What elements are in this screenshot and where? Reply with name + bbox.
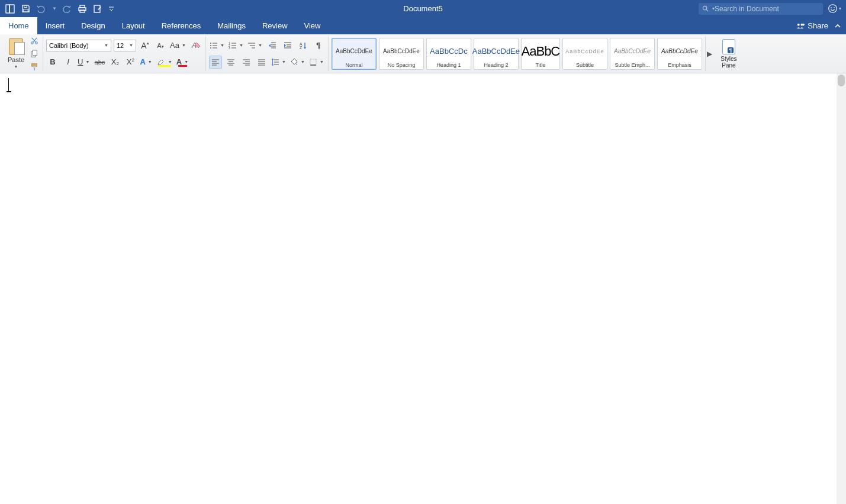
- style-tile-subtitle[interactable]: AaBbCcDdEeSubtitle: [562, 38, 607, 70]
- underline-button[interactable]: U▼: [77, 56, 91, 69]
- style-preview: AaBbCcDc: [430, 41, 468, 62]
- font-name-combo[interactable]: Calibri (Body) ▼: [46, 40, 111, 51]
- undo-dropdown-icon[interactable]: ▼: [52, 6, 57, 11]
- svg-line-10: [706, 9, 708, 11]
- font-name-dropdown-icon[interactable]: ▼: [104, 43, 108, 47]
- styles-gallery-more-icon[interactable]: ▶: [706, 36, 714, 71]
- styles-pane-label1: Styles: [720, 56, 736, 62]
- clear-formatting-icon[interactable]: A: [189, 39, 202, 52]
- ribbon-collapse-icon[interactable]: [834, 22, 841, 30]
- tab-references[interactable]: References: [153, 17, 209, 34]
- tab-view[interactable]: View: [296, 17, 329, 34]
- svg-rect-6: [80, 10, 85, 12]
- subscript-button[interactable]: X2: [108, 56, 121, 69]
- style-tile-heading-1[interactable]: AaBbCcDcHeading 1: [426, 38, 471, 70]
- style-tile-emphasis[interactable]: AaBbCcDdEeEmphasis: [657, 38, 702, 70]
- tab-design[interactable]: Design: [73, 17, 113, 34]
- search-input[interactable]: [715, 5, 819, 13]
- font-color-icon[interactable]: A ▼: [176, 56, 189, 69]
- share-icon: [796, 21, 805, 30]
- redo-icon[interactable]: [62, 4, 72, 14]
- style-name: No Spacing: [381, 62, 422, 68]
- align-right-icon[interactable]: [240, 56, 253, 69]
- print-icon[interactable]: [77, 4, 88, 14]
- svg-point-14: [797, 24, 800, 26]
- show-marks-icon[interactable]: ¶: [312, 39, 325, 52]
- text-effects-icon[interactable]: A▼: [139, 56, 153, 69]
- cut-icon[interactable]: [29, 35, 40, 46]
- tab-insert[interactable]: Insert: [37, 17, 73, 34]
- feedback-icon[interactable]: ▾: [828, 4, 841, 14]
- change-case-icon[interactable]: Aa▼: [169, 39, 187, 52]
- copy-icon[interactable]: [29, 49, 40, 59]
- style-preview: AaBbCcDdEe: [565, 41, 604, 62]
- tab-review[interactable]: Review: [254, 17, 296, 34]
- shading-icon[interactable]: ▼: [289, 56, 306, 69]
- style-preview: AaBbC: [522, 41, 560, 62]
- styles-pane-icon: [722, 39, 735, 54]
- search-box[interactable]: ▾: [699, 3, 823, 15]
- qat-customize-icon[interactable]: [108, 4, 115, 14]
- text-cursor: [8, 78, 9, 91]
- tab-layout[interactable]: Layout: [114, 17, 153, 34]
- quick-access-toolbar: ▼: [0, 4, 115, 14]
- multilevel-list-icon[interactable]: ▼: [247, 39, 263, 52]
- bullets-icon[interactable]: ▼: [209, 39, 226, 52]
- style-tile-no-spacing[interactable]: AaBbCcDdEeNo Spacing: [379, 38, 424, 70]
- style-tile-normal[interactable]: AaBbCcDdEeNormal: [332, 38, 377, 70]
- styles-pane-button[interactable]: StylesPane: [717, 39, 741, 69]
- tab-mailings[interactable]: Mailings: [209, 17, 254, 34]
- edit-page-icon[interactable]: [92, 4, 103, 14]
- style-tile-subtle-emph-[interactable]: AaBbCcDdEeSubtle Emph...: [610, 38, 655, 70]
- bold-button[interactable]: B: [46, 56, 59, 69]
- sort-icon[interactable]: AZ: [297, 39, 310, 52]
- svg-point-28: [210, 43, 211, 44]
- autosave-icon[interactable]: [5, 4, 15, 14]
- svg-point-29: [210, 45, 211, 46]
- paste-dropdown-icon[interactable]: ▼: [14, 64, 18, 69]
- borders-icon[interactable]: ▼: [308, 56, 325, 69]
- paragraph-group: ▼ 123 ▼ ▼ AZ ¶: [206, 36, 329, 71]
- strikethrough-button[interactable]: abc: [93, 56, 106, 69]
- style-preview: AaBbCcDdEe: [336, 41, 372, 62]
- style-tile-heading-2[interactable]: AaBbCcDdEeHeading 2: [474, 38, 519, 70]
- vertical-scrollbar[interactable]: [837, 73, 846, 504]
- highlight-color-icon[interactable]: ▼: [156, 56, 173, 69]
- paste-label: Paste: [8, 56, 24, 63]
- decrease-indent-icon[interactable]: [266, 39, 279, 52]
- svg-rect-1: [9, 5, 14, 13]
- align-center-icon[interactable]: [224, 56, 237, 69]
- undo-icon[interactable]: [36, 4, 46, 14]
- svg-rect-24: [32, 63, 37, 66]
- style-preview: AaBbCcDdEe: [661, 41, 698, 62]
- ribbon: Paste ▼ Calibri (Body) ▼: [0, 34, 846, 73]
- svg-rect-25: [33, 66, 36, 68]
- grow-font-icon[interactable]: A▴: [139, 39, 152, 52]
- document-area[interactable]: [0, 73, 846, 504]
- line-spacing-icon[interactable]: ▼: [271, 56, 287, 69]
- superscript-button[interactable]: X2: [124, 56, 137, 69]
- font-size-dropdown-icon[interactable]: ▼: [129, 43, 133, 47]
- font-size-combo[interactable]: 12 ▼: [114, 40, 136, 51]
- share-button[interactable]: Share: [796, 21, 828, 30]
- scrollbar-thumb[interactable]: [838, 75, 845, 86]
- svg-rect-0: [6, 5, 9, 13]
- increase-indent-icon[interactable]: [281, 39, 294, 52]
- styles-pane-label2: Pane: [722, 62, 735, 69]
- italic-button[interactable]: I: [62, 56, 75, 69]
- tab-home[interactable]: Home: [0, 17, 37, 34]
- svg-point-9: [703, 6, 706, 9]
- font-size-value: 12: [117, 42, 124, 49]
- shrink-font-icon[interactable]: A▾: [154, 39, 167, 52]
- paste-button[interactable]: Paste ▼: [5, 38, 27, 69]
- format-painter-icon[interactable]: [29, 62, 40, 72]
- style-name: Subtitle: [564, 62, 606, 68]
- numbering-icon[interactable]: 123 ▼: [228, 39, 245, 52]
- justify-icon[interactable]: [255, 56, 268, 69]
- save-icon[interactable]: [20, 4, 31, 14]
- style-tile-title[interactable]: AaBbCTitle: [521, 38, 560, 70]
- svg-point-12: [831, 7, 832, 8]
- svg-text:3: 3: [229, 46, 230, 50]
- align-left-icon[interactable]: [209, 56, 222, 69]
- svg-rect-26: [34, 67, 35, 70]
